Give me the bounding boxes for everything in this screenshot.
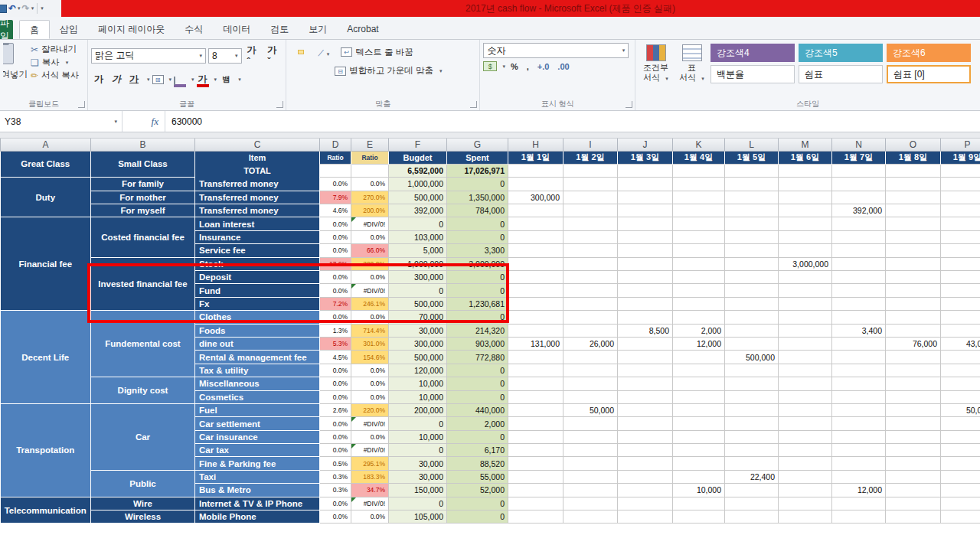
grid-cell-N[interactable] [832, 403, 886, 416]
grid-cell-H[interactable] [508, 230, 564, 243]
borders-icon[interactable]: ⊞ [152, 75, 164, 84]
budget-cell[interactable]: 10,000 [389, 430, 447, 443]
align-top-button[interactable] [289, 50, 296, 54]
phonetic-button[interactable]: 뱀 [219, 73, 233, 86]
tab-3[interactable]: 수식 [175, 20, 213, 39]
grid-cell-J[interactable] [618, 257, 673, 270]
budget-cell[interactable]: 200,000 [389, 403, 447, 416]
grid-cell-I[interactable]: 50,000 [564, 403, 618, 416]
grid-cell-K[interactable] [673, 257, 725, 270]
grid-cell-O[interactable] [886, 364, 941, 377]
grid-cell-J[interactable] [618, 284, 673, 297]
header-date-J[interactable]: 1월 3일 [618, 151, 673, 164]
ratio-d-cell[interactable]: 0.0% [320, 271, 351, 284]
number-format-combo[interactable]: 숫자▾ [483, 43, 629, 58]
budget-cell[interactable]: 300,000 [389, 337, 447, 350]
ratio-d-cell[interactable]: 2.6% [320, 403, 351, 416]
grid-cell-M[interactable] [779, 351, 832, 364]
grid-cell-O[interactable] [886, 324, 941, 337]
align-center-button[interactable] [298, 69, 304, 73]
ratio-d-cell[interactable]: 0.0% [320, 377, 351, 390]
grid-cell-L[interactable] [725, 257, 779, 270]
grid-cell-M[interactable] [779, 297, 832, 310]
column-header-E[interactable]: E [351, 139, 389, 151]
style-swatch-1[interactable]: 강조색5 [799, 44, 883, 62]
budget-cell[interactable]: 1,000,000 [389, 257, 447, 270]
grid-cell-K[interactable] [673, 284, 725, 297]
grid-cell-L[interactable] [725, 403, 779, 416]
grid-cell-J[interactable] [618, 444, 673, 457]
budget-cell[interactable]: 10,000 [389, 377, 447, 390]
tab-6[interactable]: 보기 [299, 20, 337, 39]
ratio-d-cell[interactable]: 0.0% [320, 444, 351, 457]
grid-cell-O[interactable] [886, 417, 941, 430]
grid-cell-N[interactable] [832, 364, 886, 377]
decrease-indent-button[interactable] [315, 69, 321, 73]
section-decent-life[interactable]: Decent Life [1, 311, 91, 404]
budget-cell[interactable]: 0 [389, 497, 447, 510]
grid-cell-N[interactable] [832, 337, 886, 350]
subsection-for-family[interactable]: For family [91, 178, 195, 191]
tab-acrobat[interactable]: Acrobat [337, 20, 388, 39]
grid-cell-H[interactable] [508, 257, 564, 270]
grid-cell-J[interactable] [618, 178, 673, 191]
section-transpotation[interactable]: Transpotation [1, 403, 91, 497]
align-middle-button[interactable] [298, 50, 304, 54]
grid-cell-M[interactable] [779, 178, 832, 191]
column-header-K[interactable]: K [673, 139, 725, 151]
grid-cell-K[interactable] [673, 351, 725, 364]
ratio-d-cell[interactable]: 0.0% [320, 390, 351, 403]
total-cell-L[interactable] [725, 164, 779, 177]
grid-cell-I[interactable]: 26,000 [564, 337, 618, 350]
grid-cell-N[interactable] [832, 284, 886, 297]
column-header-N[interactable]: N [832, 139, 886, 151]
align-bottom-button[interactable] [306, 50, 312, 54]
fill-color-button[interactable] [174, 72, 186, 87]
style-swatch-5[interactable]: 쉼표 [0] [887, 65, 971, 83]
ratio-d-cell[interactable]: 17.6% [320, 257, 351, 270]
grid-cell-L[interactable] [725, 484, 779, 497]
grid-cell-I[interactable] [564, 311, 618, 324]
grid-cell-I[interactable] [564, 244, 618, 257]
item-cell[interactable]: Mobile Phone [195, 510, 320, 524]
spent-cell[interactable]: 0 [447, 497, 508, 510]
total-cell-P[interactable] [941, 164, 980, 177]
grid-cell-I[interactable] [564, 204, 618, 217]
spent-cell[interactable]: 55,000 [447, 470, 508, 483]
grid-cell-M[interactable] [779, 510, 832, 524]
undo-button[interactable]: ↶ [8, 3, 16, 14]
total-label[interactable]: TOTAL [195, 164, 320, 177]
item-cell[interactable]: Stock [195, 257, 320, 270]
spent-cell[interactable]: 0 [447, 311, 508, 324]
italic-button[interactable]: 가 [109, 72, 124, 86]
grid-cell-H[interactable] [508, 497, 564, 510]
grid-cell-I[interactable] [564, 470, 618, 483]
budget-cell[interactable]: 70,000 [389, 311, 447, 324]
grid-cell-L[interactable] [725, 510, 779, 524]
ratio-e-cell[interactable]: 270.0% [351, 191, 389, 204]
total-ratio-d[interactable] [320, 164, 351, 177]
item-cell[interactable]: Fx [195, 297, 320, 310]
ratio-d-cell[interactable]: 0.0% [320, 430, 351, 443]
grid-cell-J[interactable] [618, 497, 673, 510]
total-cell-O[interactable] [886, 164, 941, 177]
grid-cell-P[interactable]: 43,000 [941, 337, 980, 350]
grid-cell-N[interactable] [832, 178, 886, 191]
item-cell[interactable]: Cosmetics [195, 390, 320, 403]
undo-dropdown-icon[interactable]: ▾ [18, 5, 21, 11]
section-financial-fee[interactable]: Financial fee [1, 217, 91, 311]
grid-cell-J[interactable] [618, 230, 673, 243]
ratio-d-cell[interactable]: 0.0% [320, 497, 351, 510]
spent-cell[interactable]: 0 [447, 510, 508, 524]
grid-cell-H[interactable] [508, 510, 564, 524]
item-cell[interactable]: Fund [195, 284, 320, 297]
spent-cell[interactable]: 1,230,681 [447, 297, 508, 310]
grid-cell-P[interactable] [941, 257, 980, 270]
grid-cell-O[interactable] [886, 444, 941, 457]
comma-style-button[interactable]: , [524, 62, 532, 71]
grid-cell-M[interactable] [779, 364, 832, 377]
ratio-d-cell[interactable]: 0.0% [320, 417, 351, 430]
grid-cell-L[interactable] [725, 178, 779, 191]
grid-cell-P[interactable] [941, 364, 980, 377]
shrink-font-button[interactable]: 가ˇ [264, 43, 283, 68]
